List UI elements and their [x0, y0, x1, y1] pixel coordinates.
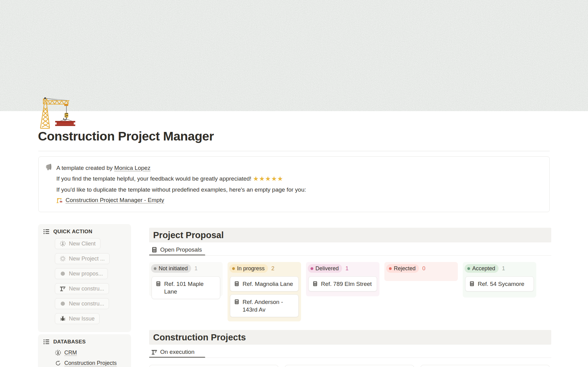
status-dot [232, 267, 235, 270]
status-dot [311, 267, 313, 270]
database-link-construction-projects[interactable]: Construction Projects [55, 360, 117, 366]
callout-line-author: A template created by Monica Lopez [56, 164, 542, 172]
calculator-icon [234, 281, 239, 286]
crm-label: CRM [64, 350, 77, 356]
empty-page-link[interactable]: Construction Project Manager - Empty [66, 197, 164, 204]
databases-panel: DATABASES CRM Construction Projects [38, 334, 131, 367]
column-header: Delivered 1 [306, 262, 379, 273]
card-title: Ref. 101 Maple Lane [164, 280, 216, 295]
new-proposal-button[interactable]: New propos... [55, 268, 108, 279]
crane-icon [151, 349, 157, 355]
calculator-icon [234, 299, 239, 305]
new-construction2-label: New constru... [69, 301, 104, 307]
burst-icon [60, 256, 66, 262]
page-icon-crane[interactable] [34, 91, 79, 130]
page-title: Construction Project Manager [38, 129, 214, 144]
callout-line-empty-page: Construction Project Manager - Empty [56, 197, 542, 204]
author-link[interactable]: Monica Lopez [114, 165, 150, 171]
board-card-ref-magnolia-lane[interactable]: Ref. Magnolia Lane [230, 276, 299, 291]
bulleted-list-icon [43, 338, 50, 345]
card-title: Ref. 789 Elm Street [321, 280, 372, 288]
status-pill-accepted[interactable]: Accepted [465, 264, 499, 273]
status-pill-rejected[interactable]: Rejected [386, 264, 419, 273]
status-dot [467, 267, 470, 270]
new-client-button[interactable]: New Client [55, 238, 100, 249]
databases-header: DATABASES [43, 338, 86, 345]
board-card-ref-anderson-143rd-av[interactable]: Ref. Anderson - 143rd Av [230, 294, 299, 317]
construction-projects-label: Construction Projects [64, 360, 117, 366]
board-column-in-progress: In progress 2 Ref. Magnolia Lane Ref. An… [228, 262, 301, 321]
tab-open-proposals[interactable]: Open Proposals [151, 245, 202, 254]
column-header: Rejected 0 [384, 262, 458, 273]
board-column-rejected: Rejected 0 [384, 262, 458, 281]
quick-action-header: QUICK ACTION [43, 228, 92, 235]
callout-line-feedback: If you find the template helpful, your f… [56, 175, 542, 182]
new-client-label: New Client [69, 241, 96, 247]
databases-title: DATABASES [53, 339, 86, 345]
cover-image [0, 0, 588, 111]
callout-line-duplicate: If you'd like to duplicate the template … [56, 186, 542, 193]
project-card-partial[interactable] [285, 365, 414, 367]
sync-icon [55, 360, 61, 366]
status-dot [154, 267, 156, 270]
quick-action-panel: QUICK ACTION New Client New Project ... … [38, 224, 131, 332]
project-card-partial[interactable] [420, 365, 550, 367]
card-title: Ref. Magnolia Lane [243, 280, 293, 288]
template-callout: A template created by Monica Lopez If yo… [38, 156, 550, 212]
column-header: Not initiated 1 [149, 262, 223, 273]
new-issue-button[interactable]: New Issue [55, 313, 100, 324]
column-header: Accepted 1 [463, 262, 536, 273]
status-dot [389, 267, 392, 270]
feedback-text: If you find the template helpful, your f… [56, 175, 251, 182]
status-pill-not-initiated[interactable]: Not initiated [151, 264, 191, 273]
calculator-icon [156, 281, 161, 286]
new-issue-label: New Issue [69, 316, 95, 322]
calculator-icon [151, 247, 157, 253]
column-count: 1 [345, 265, 349, 272]
status-pill-in-progress[interactable]: In progress [229, 264, 268, 273]
calculator-icon [469, 281, 475, 286]
tabs-divider [149, 358, 551, 358]
board-card-ref-101-maple-lane[interactable]: Ref. 101 Maple Lane [152, 276, 220, 299]
status-pill-delivered[interactable]: Delivered [308, 264, 342, 273]
person-dashed-circle-icon [60, 241, 66, 247]
section-title-construction-projects: Construction Projects [149, 330, 551, 345]
tab-open-proposals-label: Open Proposals [160, 246, 202, 253]
new-construction-label: New constru... [69, 286, 104, 292]
column-count: 0 [422, 265, 425, 272]
star-rating: ★★★★★ [253, 175, 283, 182]
crane-mini-icon [56, 197, 63, 204]
tab-on-execution-label: On execution [160, 349, 194, 355]
new-proposal-label: New propos... [69, 271, 103, 277]
bulleted-list-icon [43, 228, 50, 235]
card-title: Ref. 54 Sycamore [478, 280, 524, 288]
new-construction-button[interactable]: New constru... [55, 283, 109, 294]
board-card-ref-789-elm-street[interactable]: Ref. 789 Elm Street [308, 276, 377, 291]
column-count: 1 [502, 265, 505, 272]
new-construction2-button[interactable]: New constru... [55, 298, 109, 309]
new-project-label: New Project ... [69, 256, 105, 262]
card-title: Ref. Anderson - 143rd Av [243, 298, 295, 313]
megaphone-icon [45, 163, 53, 171]
divider [38, 151, 550, 151]
project-card-partial[interactable] [149, 365, 278, 367]
board-card-ref-54-sycamore[interactable]: Ref. 54 Sycamore [465, 276, 534, 291]
calculator-icon [312, 281, 318, 286]
database-link-crm[interactable]: CRM [55, 350, 117, 356]
column-count: 2 [271, 265, 274, 272]
column-header: In progress 2 [228, 262, 301, 273]
section-title-project-proposal: Project Proposal [149, 228, 551, 242]
crane-icon [60, 286, 66, 292]
new-project-button[interactable]: New Project ... [55, 253, 110, 264]
board-column-delivered: Delivered 1 Ref. 789 Elm Street [306, 262, 379, 296]
board-column-not-initiated: Not initiated 1 Ref. 101 Maple Lane [149, 262, 223, 296]
bug-icon [60, 316, 66, 322]
person-dashed-circle-icon [55, 350, 61, 356]
intro-text: A template created by [56, 165, 114, 171]
filled-circle-icon [60, 301, 66, 307]
column-count: 1 [194, 265, 198, 272]
tabs-divider [149, 255, 551, 256]
tab-on-execution[interactable]: On execution [151, 347, 194, 357]
board-column-accepted: Accepted 1 Ref. 54 Sycamore [463, 262, 536, 298]
filled-circle-icon [60, 271, 66, 277]
